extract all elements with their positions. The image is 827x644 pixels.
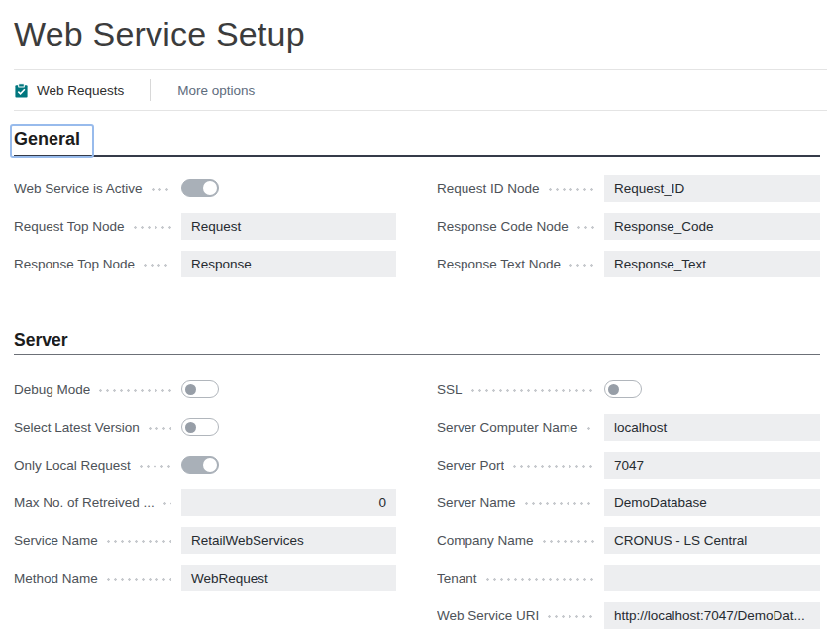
general-section-header[interactable]: General xyxy=(14,111,820,157)
field-label: Web Service URI xyxy=(437,608,539,623)
web-service-setup-page: Web Service Setup Web Requests More opti… xyxy=(0,0,827,644)
toggle-knob xyxy=(203,181,217,195)
field-row: Max No. of Retreived ... 0 xyxy=(14,489,396,527)
dotted-leader xyxy=(484,578,594,581)
field-row: Response Code Node Response_Code xyxy=(437,213,820,251)
dotted-leader xyxy=(132,226,171,229)
field-label: Request ID Node xyxy=(437,181,540,196)
dotted-leader xyxy=(142,264,171,267)
dotted-leader xyxy=(546,615,594,618)
tenant-field[interactable] xyxy=(604,565,820,591)
server-section-body: Debug Mode Select Latest Version Only Lo… xyxy=(14,376,820,640)
field-row: Tenant xyxy=(437,565,820,602)
dotted-leader xyxy=(105,578,171,581)
title-bar: Web Service Setup xyxy=(14,0,827,70)
debug-mode-toggle[interactable] xyxy=(181,380,219,398)
dotted-leader xyxy=(575,226,594,229)
web-requests-label: Web Requests xyxy=(37,83,124,98)
field-row: Server Port 7047 xyxy=(437,452,820,489)
dotted-leader xyxy=(161,502,171,505)
dotted-leader xyxy=(138,465,171,468)
field-row: SSL xyxy=(437,376,820,414)
toggle-knob xyxy=(185,422,196,433)
ssl-toggle[interactable] xyxy=(604,380,642,398)
field-label: Response Code Node xyxy=(437,219,569,234)
action-toolbar: Web Requests More options xyxy=(14,70,827,111)
field-label: SSL xyxy=(437,382,463,397)
web-service-is-active-toggle[interactable] xyxy=(181,179,219,197)
field-label: Select Latest Version xyxy=(14,420,140,435)
service-name-field[interactable]: RetailWebServices xyxy=(181,527,396,554)
select-latest-version-toggle[interactable] xyxy=(181,418,219,436)
page-title: Web Service Setup xyxy=(14,0,827,54)
server-section-title: Server xyxy=(14,330,68,351)
field-row: Request ID Node Request_ID xyxy=(437,175,820,213)
field-label: Company Name xyxy=(437,533,534,548)
response-text-node-field[interactable]: Response_Text xyxy=(604,251,820,277)
method-name-field[interactable]: WebRequest xyxy=(181,565,396,591)
request-id-node-field[interactable]: Request_ID xyxy=(604,175,820,202)
web-service-uri-field[interactable]: http://localhost:7047/DemoDat... xyxy=(604,602,820,629)
field-label: Only Local Request xyxy=(14,458,131,473)
dotted-leader xyxy=(150,188,171,191)
web-requests-button[interactable]: Web Requests xyxy=(14,83,124,98)
field-label: Server Computer Name xyxy=(437,420,578,435)
only-local-request-toggle[interactable] xyxy=(181,456,219,474)
server-port-field[interactable]: 7047 xyxy=(604,452,820,479)
response-code-node-field[interactable]: Response_Code xyxy=(604,213,820,240)
field-row: Service Name RetailWebServices xyxy=(14,527,396,565)
field-row: Method Name WebRequest xyxy=(14,565,396,602)
toggle-knob xyxy=(203,458,217,472)
field-row: Select Latest Version xyxy=(14,414,396,452)
field-label: Server Name xyxy=(437,495,516,510)
field-label: Debug Mode xyxy=(14,382,90,397)
field-row: Server Name DemoDatabase xyxy=(437,489,820,527)
dotted-leader xyxy=(541,540,594,543)
field-label: Tenant xyxy=(437,571,477,586)
field-row: Response Text Node Response_Text xyxy=(437,251,820,288)
server-section-header[interactable]: Server xyxy=(14,331,820,355)
max-no-of-retrieved-field[interactable]: 0 xyxy=(181,489,396,516)
field-row: Debug Mode xyxy=(14,376,396,414)
response-top-node-field[interactable]: Response xyxy=(181,251,396,277)
toggle-knob xyxy=(608,384,619,395)
dotted-leader xyxy=(547,188,594,191)
dotted-leader xyxy=(585,427,594,430)
dotted-leader xyxy=(523,502,594,505)
request-top-node-field[interactable]: Request xyxy=(181,213,396,240)
clipboard-check-icon xyxy=(14,83,29,98)
field-row: Web Service URI http://localhost:7047/De… xyxy=(437,602,820,640)
dotted-leader xyxy=(568,264,594,267)
field-label: Service Name xyxy=(14,533,98,548)
field-label: Max No. of Retreived ... xyxy=(14,495,155,510)
dotted-leader xyxy=(97,389,171,392)
field-label: Request Top Node xyxy=(14,219,125,234)
field-label: Response Text Node xyxy=(437,257,561,271)
dotted-leader xyxy=(469,389,594,392)
field-row: Web Service is Active xyxy=(14,175,396,213)
field-row: Request Top Node Request xyxy=(14,213,396,251)
toggle-knob xyxy=(185,384,196,395)
field-label: Server Port xyxy=(437,458,504,473)
field-row: Response Top Node Response xyxy=(14,251,396,288)
company-name-field[interactable]: CRONUS - LS Central xyxy=(604,527,820,554)
general-section-title: General xyxy=(14,129,80,150)
field-label: Method Name xyxy=(14,571,98,586)
general-section-body: Web Service is Active Request Top Node R… xyxy=(14,175,820,288)
more-options-button[interactable]: More options xyxy=(177,83,255,98)
field-row: Server Computer Name localhost xyxy=(437,414,820,452)
server-computer-name-field[interactable]: localhost xyxy=(604,414,820,441)
server-name-field[interactable]: DemoDatabase xyxy=(604,489,820,516)
field-row: Company Name CRONUS - LS Central xyxy=(437,527,820,565)
field-row: Only Local Request xyxy=(14,452,396,489)
field-label: Response Top Node xyxy=(14,257,135,271)
toolbar-divider xyxy=(150,79,151,101)
dotted-leader xyxy=(105,540,171,543)
dotted-leader xyxy=(511,465,594,468)
dotted-leader xyxy=(147,427,171,430)
field-label: Web Service is Active xyxy=(14,181,143,196)
